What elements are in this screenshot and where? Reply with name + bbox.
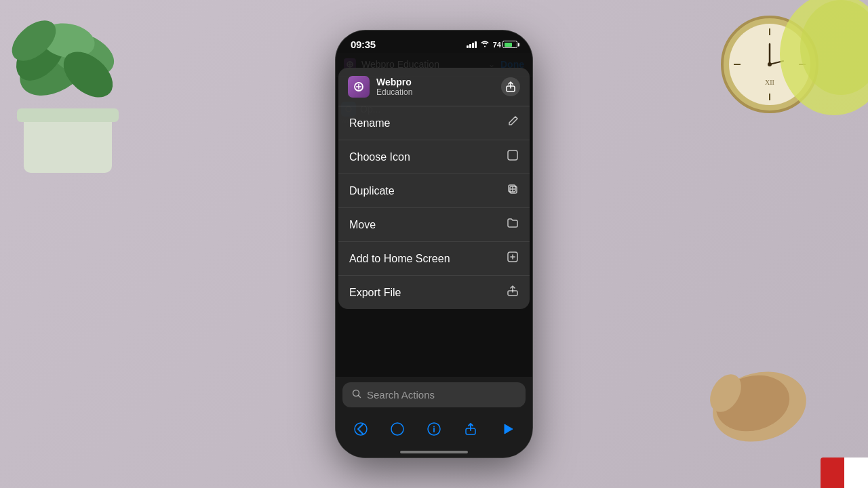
home-indicator	[400, 451, 468, 453]
duplicate-label: Duplicate	[349, 185, 395, 197]
phone-frame: 09:35	[336, 30, 532, 458]
add-home-label: Add to Home Screen	[349, 253, 450, 265]
duplicate-icon	[507, 183, 519, 199]
svg-point-35	[391, 423, 403, 435]
info-button[interactable]	[422, 417, 446, 441]
bottom-section: Search Actions	[336, 377, 532, 458]
battery-percent: 74	[493, 41, 501, 49]
svg-rect-1	[17, 108, 119, 122]
wifi-icon	[480, 39, 490, 49]
shortcut-title-block: Webpro Education	[376, 77, 494, 97]
status-time: 09:35	[351, 39, 376, 50]
menu-item-add-home[interactable]: Add to Home Screen	[338, 242, 530, 276]
shortcut-favicon	[348, 76, 370, 98]
search-icon	[352, 389, 361, 401]
status-bar: 09:35	[336, 30, 532, 53]
svg-point-34	[355, 423, 367, 435]
search-bar[interactable]: Search Actions	[342, 382, 526, 407]
folder-icon	[507, 217, 519, 232]
shortcut-share-button[interactable]	[501, 77, 520, 96]
add-home-icon	[507, 251, 519, 266]
context-menu: Rename Choose Icon	[338, 106, 530, 309]
menu-item-export[interactable]: Export File	[338, 276, 530, 309]
battery-fill	[505, 43, 513, 47]
status-icons: 74	[467, 39, 517, 49]
shortcut-app-subname: Education	[376, 87, 494, 97]
choose-icon-label: Choose Icon	[349, 151, 410, 163]
export-label: Export File	[349, 287, 401, 299]
phone-screen: 09:35	[336, 30, 532, 458]
move-label: Move	[349, 219, 376, 231]
search-placeholder: Search Actions	[367, 389, 435, 401]
pencil-icon	[507, 115, 519, 131]
rename-label: Rename	[349, 117, 390, 129]
shortcut-app-name: Webpro	[376, 77, 494, 87]
svg-point-38	[433, 426, 435, 428]
flag-sticker	[821, 458, 868, 488]
menu-item-duplicate[interactable]: Duplicate	[338, 174, 530, 208]
share-button[interactable]	[458, 417, 483, 441]
browser-toolbar	[336, 413, 532, 448]
image-icon	[507, 149, 519, 165]
context-menu-container: Webpro Education Rename	[336, 68, 532, 309]
menu-item-move[interactable]: Move	[338, 208, 530, 242]
battery-indicator: 74	[493, 41, 517, 49]
svg-line-33	[359, 396, 361, 398]
menu-item-rename[interactable]: Rename	[338, 106, 530, 140]
signal-icon	[467, 41, 477, 48]
battery-body	[502, 41, 517, 48]
play-button[interactable]	[495, 417, 519, 441]
circle-button[interactable]	[385, 417, 410, 441]
shortcut-header: Webpro Education	[338, 68, 530, 106]
svg-rect-27	[508, 150, 517, 160]
back-button[interactable]	[349, 417, 373, 441]
menu-item-choose-icon[interactable]: Choose Icon	[338, 140, 530, 174]
export-icon	[507, 285, 519, 300]
